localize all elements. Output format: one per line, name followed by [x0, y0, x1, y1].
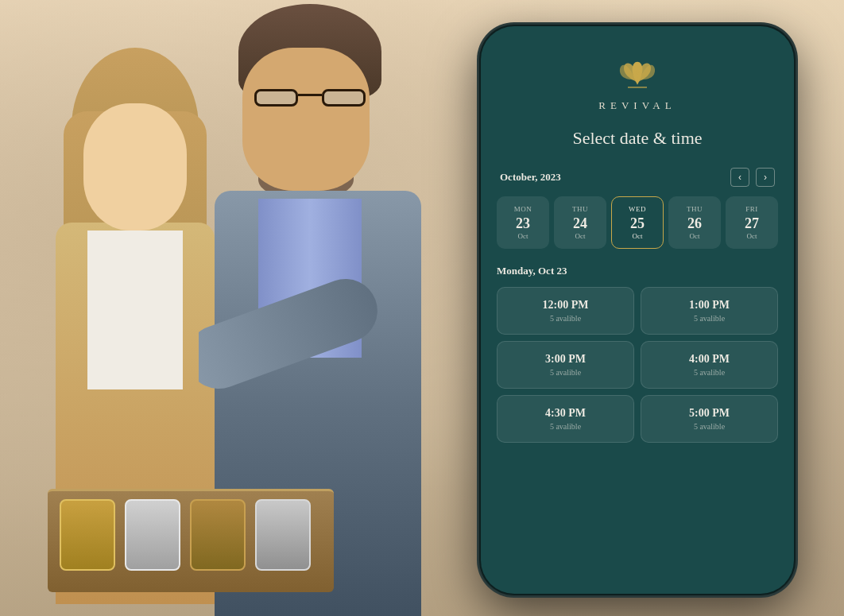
time-section-title: Monday, Oct 23 [497, 265, 778, 277]
dates-row: Mon 23 Oct Thu 24 Oct Wed 25 Oct Thu 26 … [497, 196, 778, 249]
time-value: 4:30 PM [545, 407, 586, 420]
time-grid: 12:00 PM 5 avalible 1:00 PM 5 avalible 3… [497, 287, 778, 443]
brand-name: REVIVAL [598, 99, 676, 112]
date-month: Oct [633, 232, 643, 240]
date-day-num: 27 [745, 216, 759, 231]
date-day-name: Thu [572, 205, 588, 213]
time-slot[interactable]: 1:00 PM 5 avalible [641, 287, 778, 335]
next-month-button[interactable]: › [756, 168, 775, 187]
prev-month-button[interactable]: ‹ [730, 168, 749, 187]
calendar-header: October, 2023 ‹ › [497, 168, 778, 187]
date-day-num: 24 [573, 216, 587, 231]
calendar-month-label: October, 2023 [500, 171, 561, 184]
date-day-name: Thu [687, 205, 703, 213]
date-month: Oct [690, 232, 700, 240]
time-availability: 5 avalible [550, 314, 581, 323]
calendar-section: October, 2023 ‹ › Mon 23 Oct Thu 24 Oct … [497, 168, 778, 265]
lotus-icon [618, 58, 657, 95]
time-value: 4:00 PM [689, 353, 730, 366]
phone-screen: REVIVAL Select date & time October, 2023… [481, 26, 794, 594]
logo-container: REVIVAL [598, 58, 676, 112]
time-value: 5:00 PM [689, 407, 730, 420]
time-availability: 5 avalible [694, 422, 725, 431]
date-card[interactable]: Fri 27 Oct [726, 196, 778, 249]
time-availability: 5 avalible [694, 368, 725, 377]
date-card[interactable]: Thu 26 Oct [668, 196, 721, 249]
time-slot[interactable]: 4:00 PM 5 avalible [641, 341, 778, 389]
time-slot[interactable]: 12:00 PM 5 avalible [497, 287, 634, 335]
phone-mockup: REVIVAL Select date & time October, 2023… [478, 24, 796, 596]
date-card[interactable]: Wed 25 Oct [611, 196, 664, 249]
time-slot[interactable]: 4:30 PM 5 avalible [497, 395, 634, 443]
date-card[interactable]: Thu 24 Oct [554, 196, 606, 249]
phone-frame: REVIVAL Select date & time October, 2023… [478, 24, 796, 596]
date-day-name: Mon [514, 205, 532, 213]
time-availability: 5 avalible [550, 422, 581, 431]
time-slot[interactable]: 5:00 PM 5 avalible [641, 395, 778, 443]
time-availability: 5 avalible [550, 368, 581, 377]
date-day-name: Wed [629, 205, 646, 213]
time-section: Monday, Oct 23 12:00 PM 5 avalible 1:00 … [497, 265, 778, 443]
date-day-num: 26 [687, 216, 702, 231]
date-day-num: 25 [630, 216, 645, 231]
date-month: Oct [747, 232, 757, 240]
time-slot[interactable]: 3:00 PM 5 avalible [497, 341, 634, 389]
time-value: 1:00 PM [689, 299, 730, 312]
calendar-nav: ‹ › [730, 168, 775, 187]
date-day-name: Fri [745, 205, 758, 213]
time-value: 12:00 PM [543, 299, 589, 312]
date-month: Oct [518, 232, 528, 240]
time-value: 3:00 PM [545, 353, 586, 366]
date-month: Oct [575, 232, 586, 240]
date-card[interactable]: Mon 23 Oct [497, 196, 549, 249]
page-title: Select date & time [572, 128, 702, 149]
time-availability: 5 avalible [694, 314, 725, 323]
date-day-num: 23 [516, 216, 530, 231]
